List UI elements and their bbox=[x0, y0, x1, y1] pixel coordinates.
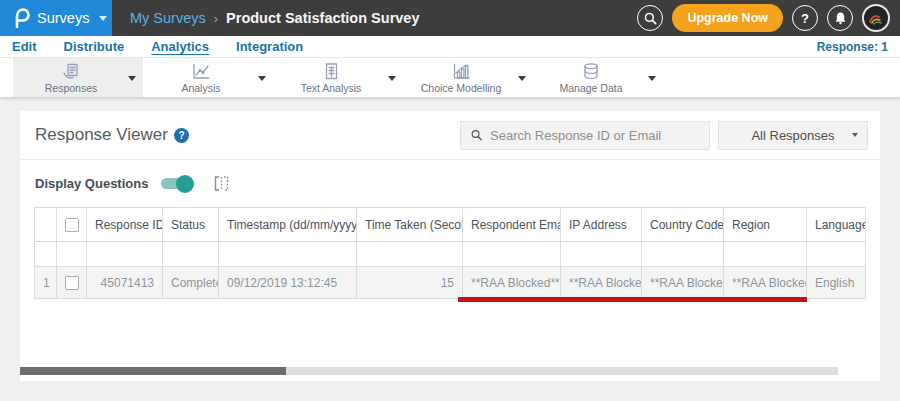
col-country-code: Country Code bbox=[642, 208, 724, 242]
breadcrumb-my-surveys[interactable]: My Surveys bbox=[130, 10, 206, 26]
nav-integration[interactable]: Integration bbox=[236, 39, 303, 54]
page-title: Response Viewer bbox=[35, 125, 168, 145]
col-timestamp[interactable]: Timestamp (dd/mm/yyyy) bbox=[219, 208, 357, 242]
toolbar-module-responses[interactable]: Responses bbox=[13, 58, 143, 97]
response-viewer-help-icon[interactable]: ? bbox=[174, 128, 189, 143]
language-cell: English bbox=[807, 267, 866, 299]
top-header-bar: Surveys My Surveys › Product Satisfactio… bbox=[0, 0, 900, 36]
toolbar-module-label: Manage Data bbox=[559, 82, 622, 94]
filter-cell[interactable] bbox=[724, 242, 807, 267]
freeze-columns-icon[interactable] bbox=[213, 175, 230, 192]
row-checkbox[interactable] bbox=[65, 276, 79, 290]
search-icon bbox=[644, 12, 657, 25]
chevron-down-icon bbox=[852, 133, 858, 137]
choice-modelling-icon bbox=[450, 62, 472, 81]
breadcrumb-separator: › bbox=[214, 11, 218, 26]
horizontal-scrollbar-thumb[interactable] bbox=[20, 367, 286, 375]
col-respondent-email: Respondent Email bbox=[463, 208, 561, 242]
survey-nav: Edit Distribute Analytics Integration Re… bbox=[0, 36, 900, 58]
breadcrumb: My Surveys › Product Satisfaction Survey bbox=[130, 10, 419, 26]
timestamp-cell: 09/12/2019 13:12:45 bbox=[219, 267, 357, 299]
row-number-cell: 1 bbox=[35, 267, 57, 299]
select-all-header bbox=[57, 208, 87, 242]
topbar-actions: Upgrade Now ? bbox=[637, 4, 900, 32]
product-switcher-label: Surveys bbox=[37, 10, 89, 26]
responses-icon bbox=[60, 62, 82, 81]
nav-analytics[interactable]: Analytics bbox=[151, 39, 209, 54]
col-response-id[interactable]: Response ID bbox=[87, 208, 163, 242]
toolbar-module-label: Text Analysis bbox=[301, 82, 362, 94]
filter-cell[interactable] bbox=[642, 242, 724, 267]
row-select-cell bbox=[57, 267, 87, 299]
col-time-taken[interactable]: Time Taken (Seconds) bbox=[357, 208, 463, 242]
filter-cell[interactable] bbox=[807, 242, 866, 267]
choice-modelling-dropdown-caret-icon[interactable] bbox=[518, 76, 526, 81]
response-id-cell[interactable]: 45071413 bbox=[87, 267, 163, 299]
toolbar-module-analysis[interactable]: Analysis bbox=[143, 58, 273, 97]
help-button[interactable]: ? bbox=[792, 5, 818, 31]
analysis-icon bbox=[190, 62, 212, 81]
response-filter-dropdown[interactable]: All Responses bbox=[718, 121, 868, 150]
text-analysis-dropdown-caret-icon[interactable] bbox=[388, 76, 396, 81]
filter-cell[interactable] bbox=[463, 242, 561, 267]
col-language: Language bbox=[807, 208, 866, 242]
col-region: Region bbox=[724, 208, 807, 242]
toolbar-module-label: Choice Modelling bbox=[421, 82, 502, 94]
global-search-button[interactable] bbox=[637, 5, 663, 31]
horizontal-scrollbar[interactable] bbox=[20, 367, 838, 375]
text-analysis-icon bbox=[320, 62, 342, 81]
app-logo-menu[interactable]: Surveys bbox=[0, 0, 112, 36]
toolbar-module-label: Responses bbox=[45, 82, 98, 94]
analytics-toolbar: Responses Analysis Text Analysis Choice … bbox=[0, 58, 900, 97]
upgrade-now-button[interactable]: Upgrade Now bbox=[672, 4, 783, 32]
nav-edit[interactable]: Edit bbox=[12, 39, 37, 54]
panel-header: Response Viewer ? All Responses bbox=[20, 111, 880, 160]
user-avatar[interactable] bbox=[862, 4, 890, 32]
avatar-image bbox=[867, 11, 885, 25]
display-questions-toggle[interactable] bbox=[161, 178, 192, 189]
main-content-area: Response Viewer ? All Responses Display … bbox=[0, 97, 900, 401]
nav-distribute[interactable]: Distribute bbox=[64, 39, 125, 54]
response-viewer-panel: Response Viewer ? All Responses Display … bbox=[20, 111, 880, 381]
filter-cell[interactable] bbox=[357, 242, 463, 267]
time-taken-cell: 15 bbox=[357, 267, 463, 299]
respondent-email-cell: **RAA Blocked** bbox=[463, 267, 561, 299]
search-response-input[interactable] bbox=[490, 128, 699, 143]
col-status: Status bbox=[163, 208, 219, 242]
filter-cell[interactable] bbox=[219, 242, 357, 267]
manage-data-dropdown-caret-icon[interactable] bbox=[648, 76, 656, 81]
ip-address-cell: **RAA Blocked** bbox=[561, 267, 642, 299]
col-ip-address: IP Address bbox=[561, 208, 642, 242]
region-cell: **RAA Blocked** bbox=[724, 267, 807, 299]
toolbar-module-choice-modelling[interactable]: Choice Modelling bbox=[403, 58, 533, 97]
response-count-label: Response: 1 bbox=[817, 40, 888, 54]
filter-cell[interactable] bbox=[163, 242, 219, 267]
row-number-header bbox=[35, 208, 57, 242]
table-row: 1 45071413 Completed 09/12/2019 13:12:45… bbox=[35, 267, 866, 299]
toggle-knob bbox=[176, 175, 194, 193]
toolbar-module-manage-data[interactable]: Manage Data bbox=[533, 58, 663, 97]
filter-cell[interactable] bbox=[561, 242, 642, 267]
table-header-row: Response ID Status Timestamp (dd/mm/yyyy… bbox=[35, 208, 866, 242]
select-all-checkbox[interactable] bbox=[65, 218, 79, 232]
country-code-cell: **RAA Blocked** bbox=[642, 267, 724, 299]
analysis-dropdown-caret-icon[interactable] bbox=[258, 76, 266, 81]
responses-table: Response ID Status Timestamp (dd/mm/yyyy… bbox=[34, 207, 866, 299]
status-cell: Completed bbox=[163, 267, 219, 299]
response-search-box bbox=[460, 121, 710, 150]
toolbar-module-label: Analysis bbox=[181, 82, 220, 94]
product-switcher-caret-icon bbox=[99, 16, 107, 21]
display-questions-label: Display Questions bbox=[35, 176, 148, 191]
table-filter-row bbox=[35, 242, 866, 267]
bell-icon bbox=[834, 11, 847, 25]
raa-blocked-highlight-annotation bbox=[458, 297, 807, 302]
questionpro-logo-icon bbox=[14, 8, 30, 28]
responses-dropdown-caret-icon[interactable] bbox=[128, 76, 136, 81]
table-controls-row: Display Questions bbox=[20, 160, 880, 207]
notifications-button[interactable] bbox=[827, 5, 853, 31]
filter-cell[interactable] bbox=[87, 242, 163, 267]
response-filter-value: All Responses bbox=[751, 128, 834, 143]
toolbar-module-text-analysis[interactable]: Text Analysis bbox=[273, 58, 403, 97]
search-icon bbox=[471, 129, 482, 141]
breadcrumb-survey-title: Product Satisfaction Survey bbox=[226, 10, 419, 26]
